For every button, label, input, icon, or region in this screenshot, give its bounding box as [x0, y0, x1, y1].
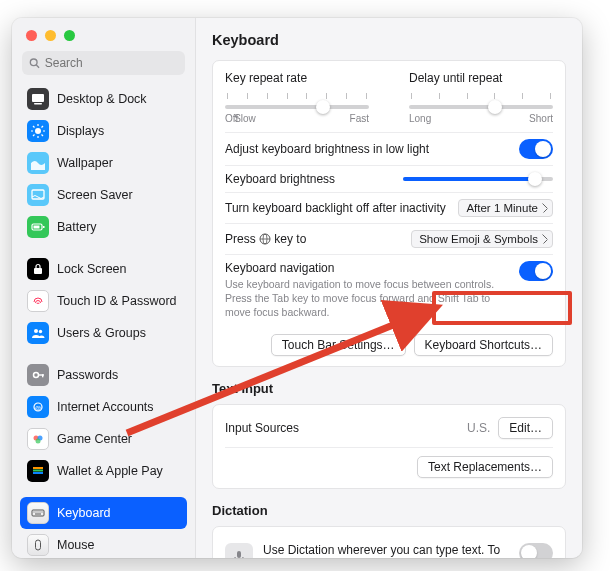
input-sources-value: U.S. — [467, 421, 490, 435]
svg-line-1 — [36, 65, 39, 68]
sidebar-item-label: Users & Groups — [57, 326, 146, 340]
slider-tick-fast: Fast — [350, 113, 369, 124]
backlight-off-select[interactable]: After 1 Minute — [458, 199, 553, 217]
svg-line-10 — [42, 135, 44, 137]
keyboard-nav-toggle[interactable] — [519, 261, 553, 281]
sidebar-item-internet-accounts[interactable]: @ Internet Accounts — [20, 391, 187, 423]
svg-rect-28 — [33, 467, 43, 469]
svg-rect-46 — [237, 551, 241, 558]
svg-rect-38 — [36, 540, 41, 550]
globe-key-select[interactable]: Show Emoji & Symbols — [411, 230, 553, 248]
search-input[interactable] — [45, 56, 178, 70]
key-repeat-rate-label: Key repeat rate — [225, 71, 369, 85]
sidebar-item-label: Wallpaper — [57, 156, 113, 170]
sidebar-item-lock-screen[interactable]: Lock Screen — [20, 253, 187, 285]
sidebar-item-desktop-dock[interactable]: Desktop & Dock — [20, 83, 187, 115]
sidebar-item-mouse[interactable]: Mouse — [20, 529, 187, 558]
keyboard-icon — [27, 502, 49, 524]
svg-point-18 — [34, 329, 38, 333]
text-input-card: Input Sources U.S. Edit… Text Replacemen… — [212, 404, 566, 489]
svg-point-19 — [39, 330, 42, 333]
svg-rect-33 — [36, 512, 37, 513]
internet-accounts-icon: @ — [27, 396, 49, 418]
close-button[interactable] — [26, 30, 37, 41]
passwords-icon — [27, 364, 49, 386]
key-repeat-rate-group: Key repeat rate Off Slow Fast — [225, 71, 369, 124]
microphone-icon — [225, 543, 253, 558]
sidebar-item-passwords[interactable]: Passwords — [20, 359, 187, 391]
sidebar-item-label: Passwords — [57, 368, 118, 382]
window-controls — [12, 18, 195, 51]
keyboard-nav-label: Keyboard navigation — [225, 261, 499, 275]
keyboard-shortcuts-button[interactable]: Keyboard Shortcuts… — [414, 334, 553, 356]
sidebar-item-label: Displays — [57, 124, 104, 138]
slider-tick-short: Short — [529, 113, 553, 124]
displays-icon — [27, 120, 49, 142]
globe-icon — [259, 233, 271, 245]
sidebar-item-displays[interactable]: Displays — [20, 115, 187, 147]
text-replacements-button[interactable]: Text Replacements… — [417, 456, 553, 478]
game-center-icon — [27, 428, 49, 450]
sidebar-item-label: Internet Accounts — [57, 400, 154, 414]
wallpaper-icon — [27, 152, 49, 174]
sidebar-item-battery[interactable]: Battery — [20, 211, 187, 243]
page-title: Keyboard — [212, 32, 566, 48]
svg-rect-15 — [43, 226, 45, 228]
mouse-icon — [27, 534, 49, 556]
svg-rect-30 — [33, 472, 43, 474]
svg-point-20 — [34, 373, 39, 378]
sidebar-item-users-groups[interactable]: Users & Groups — [20, 317, 187, 349]
sidebar-item-wallet[interactable]: Wallet & Apple Pay — [20, 455, 187, 487]
desktop-dock-icon — [27, 88, 49, 110]
keyboard-settings-card: Key repeat rate Off Slow Fast D — [212, 60, 566, 367]
delay-until-repeat-slider[interactable] — [409, 105, 553, 109]
touch-id-icon — [27, 290, 49, 312]
main-content[interactable]: Keyboard Key repeat rate Off Slow — [196, 18, 582, 558]
text-input-heading: Text Input — [212, 381, 566, 396]
backlight-off-label: Turn keyboard backlight off after inacti… — [225, 201, 446, 215]
svg-rect-36 — [42, 512, 43, 513]
dictation-toggle[interactable] — [519, 543, 553, 558]
search-field[interactable] — [22, 51, 185, 75]
delay-until-repeat-group: Delay until repeat Long Short — [409, 71, 553, 124]
maximize-button[interactable] — [64, 30, 75, 41]
svg-point-0 — [30, 59, 37, 66]
auto-brightness-toggle[interactable] — [519, 139, 553, 159]
svg-rect-16 — [34, 226, 40, 229]
sidebar-item-label: Touch ID & Password — [57, 294, 177, 308]
svg-rect-17 — [34, 268, 42, 274]
svg-rect-34 — [38, 512, 39, 513]
screen-saver-icon — [27, 184, 49, 206]
slider-tick-slow: Slow — [234, 113, 256, 124]
svg-rect-32 — [34, 512, 35, 513]
edit-input-sources-button[interactable]: Edit… — [498, 417, 553, 439]
svg-rect-22 — [42, 374, 43, 377]
sidebar-item-label: Battery — [57, 220, 97, 234]
system-settings-window: Desktop & Dock Displays Wallpaper Screen… — [12, 18, 582, 558]
svg-rect-37 — [35, 514, 41, 515]
dictation-card: Use Dictation wherever you can type text… — [212, 526, 566, 558]
sidebar-item-screen-saver[interactable]: Screen Saver — [20, 179, 187, 211]
svg-rect-29 — [33, 470, 43, 472]
sidebar-item-wallpaper[interactable]: Wallpaper — [20, 147, 187, 179]
sidebar-item-keyboard[interactable]: Keyboard — [20, 497, 187, 529]
dictation-description: Use Dictation wherever you can type text… — [263, 543, 509, 558]
key-repeat-rate-slider[interactable] — [225, 105, 369, 109]
sidebar-item-game-center[interactable]: Game Center — [20, 423, 187, 455]
wallet-icon — [27, 460, 49, 482]
touch-bar-settings-button[interactable]: Touch Bar Settings… — [271, 334, 406, 356]
svg-text:@: @ — [35, 405, 41, 411]
input-sources-label: Input Sources — [225, 421, 299, 435]
sidebar-list[interactable]: Desktop & Dock Displays Wallpaper Screen… — [12, 83, 195, 558]
slider-tick-long: Long — [409, 113, 431, 124]
minimize-button[interactable] — [45, 30, 56, 41]
svg-line-12 — [42, 126, 44, 128]
sidebar-item-label: Desktop & Dock — [57, 92, 147, 106]
svg-rect-2 — [32, 94, 44, 102]
svg-point-4 — [35, 128, 41, 134]
globe-key-label: Press key to — [225, 232, 306, 246]
lock-screen-icon — [27, 258, 49, 280]
search-icon — [29, 57, 40, 69]
sidebar-item-touch-id[interactable]: Touch ID & Password — [20, 285, 187, 317]
keyboard-brightness-slider[interactable] — [403, 177, 553, 181]
